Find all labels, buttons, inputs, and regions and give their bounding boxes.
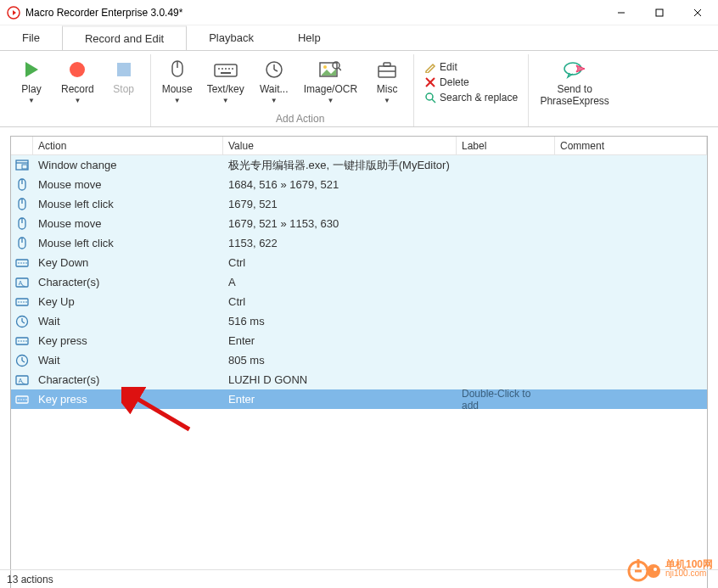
titlebar: Macro Recorder Enterprise 3.0.49* <box>0 0 718 25</box>
mouse-button[interactable]: Mouse ▼ <box>154 54 200 126</box>
menu-playback[interactable]: Playback <box>187 25 276 50</box>
row-type-icon <box>11 389 33 409</box>
edit-menu-item[interactable]: Edit <box>421 59 521 75</box>
row-action: Character(s) <box>33 272 223 292</box>
column-header-label[interactable]: Label <box>457 137 555 154</box>
ribbon-toolbar: Play ▼ Record ▼ Stop Mouse ▼ Text/key ▼ … <box>0 51 718 127</box>
row-value: 516 ms <box>223 311 457 331</box>
statusbar: 13 actions <box>0 569 718 588</box>
row-value: LUZHI D GONN <box>223 370 457 389</box>
image-icon <box>319 58 341 81</box>
row-label <box>457 272 555 292</box>
record-icon <box>67 58 87 81</box>
table-row[interactable]: Wait805 ms <box>11 350 707 370</box>
table-row[interactable]: Mouse move1684, 516 » 1679, 521 <box>11 175 707 194</box>
row-action: Mouse move <box>33 214 223 233</box>
row-type-icon <box>11 175 33 194</box>
menu-file[interactable]: File <box>0 25 62 50</box>
row-comment <box>555 311 707 331</box>
row-comment <box>555 350 707 370</box>
column-header-action[interactable]: Action <box>33 137 223 154</box>
column-header-value[interactable]: Value <box>223 137 457 154</box>
svg-point-51 <box>20 301 22 303</box>
table-row[interactable]: Key pressEnterDouble-Click to add <box>11 389 707 409</box>
search-replace-menu-item[interactable]: Search & replace <box>421 90 521 105</box>
svg-rect-9 <box>215 64 237 76</box>
stop-icon <box>115 58 133 81</box>
svg-line-29 <box>432 99 435 103</box>
play-icon <box>21 58 42 81</box>
row-label <box>457 350 555 370</box>
dropdown-arrow-icon: ▼ <box>222 97 229 104</box>
row-value: 1684, 516 » 1679, 521 <box>223 175 457 194</box>
play-button[interactable]: Play ▼ <box>8 54 54 126</box>
table-row[interactable]: Wait516 ms <box>11 311 707 331</box>
table-row[interactable]: A꜡Character(s)LUZHI D GONN <box>11 370 707 389</box>
maximize-button[interactable] <box>640 1 678 25</box>
svg-point-71 <box>25 399 27 400</box>
row-action: Mouse left click <box>33 233 223 253</box>
svg-point-77 <box>653 568 657 571</box>
row-type-icon <box>11 194 33 214</box>
svg-line-56 <box>22 322 25 323</box>
svg-rect-33 <box>22 165 27 169</box>
row-comment <box>555 214 707 233</box>
svg-line-18 <box>274 70 278 71</box>
menu-help[interactable]: Help <box>276 25 343 50</box>
x-icon <box>424 76 436 88</box>
menu-record-and-edit[interactable]: Record and Edit <box>62 25 187 50</box>
svg-point-68 <box>18 399 20 400</box>
window-controls <box>602 1 716 25</box>
svg-point-12 <box>225 68 227 70</box>
dropdown-arrow-icon: ▼ <box>327 97 334 104</box>
row-comment <box>555 292 707 311</box>
row-type-icon <box>11 292 33 311</box>
textkey-button[interactable]: Text/key ▼ <box>200 54 251 126</box>
dropdown-arrow-icon: ▼ <box>28 97 35 104</box>
table-row[interactable]: Key pressEnter <box>11 331 707 350</box>
pencil-icon <box>424 61 436 73</box>
svg-point-50 <box>18 301 20 303</box>
table-row[interactable]: A꜡Character(s)A <box>11 272 707 292</box>
briefcase-icon <box>377 58 397 81</box>
svg-line-64 <box>22 361 25 362</box>
table-row[interactable]: Key DownCtrl <box>11 253 707 272</box>
table-row[interactable]: Key UpCtrl <box>11 292 707 311</box>
table-header-row: Action Value Label Comment <box>11 137 707 155</box>
misc-button[interactable]: Misc ▼ <box>364 54 410 126</box>
svg-point-14 <box>232 68 233 70</box>
svg-point-59 <box>20 340 22 342</box>
table-row[interactable]: Window change极光专用编辑器.exe, 一键排版助手(MyEdito… <box>11 155 707 175</box>
column-header-comment[interactable]: Comment <box>555 137 707 154</box>
row-value: 1679, 521 » 1153, 630 <box>223 214 457 233</box>
row-label <box>457 155 555 175</box>
minimize-button[interactable] <box>602 1 640 25</box>
delete-menu-item[interactable]: Delete <box>421 75 521 90</box>
row-action: Wait <box>33 311 223 331</box>
watermark: 单机100网 nji100.com <box>626 554 713 583</box>
send-to-phraseexpress-button[interactable]: Send toPhraseExpress <box>532 54 617 126</box>
row-label <box>457 292 555 311</box>
row-action: Window change <box>33 155 223 175</box>
row-label <box>457 331 555 350</box>
dropdown-arrow-icon: ▼ <box>384 97 390 104</box>
table-row[interactable]: Mouse left click1679, 521 <box>11 194 707 214</box>
row-value: Ctrl <box>223 292 457 311</box>
close-button[interactable] <box>678 1 716 25</box>
group-label-add-action: Add Action <box>276 113 324 125</box>
row-value: Ctrl <box>223 253 457 272</box>
row-label <box>457 175 555 194</box>
svg-point-69 <box>20 399 22 400</box>
table-row[interactable]: Mouse left click1153, 622 <box>11 233 707 253</box>
clock-icon <box>265 58 283 81</box>
svg-point-11 <box>222 68 223 70</box>
svg-text:A꜡: A꜡ <box>19 378 26 384</box>
svg-point-52 <box>23 301 25 303</box>
stop-button[interactable]: Stop <box>101 54 147 126</box>
record-button[interactable]: Record ▼ <box>54 54 101 126</box>
svg-point-20 <box>323 65 327 69</box>
svg-point-43 <box>18 262 20 264</box>
table-row[interactable]: Mouse move1679, 521 » 1153, 630 <box>11 214 707 233</box>
svg-point-45 <box>23 262 25 264</box>
svg-point-76 <box>647 564 660 578</box>
